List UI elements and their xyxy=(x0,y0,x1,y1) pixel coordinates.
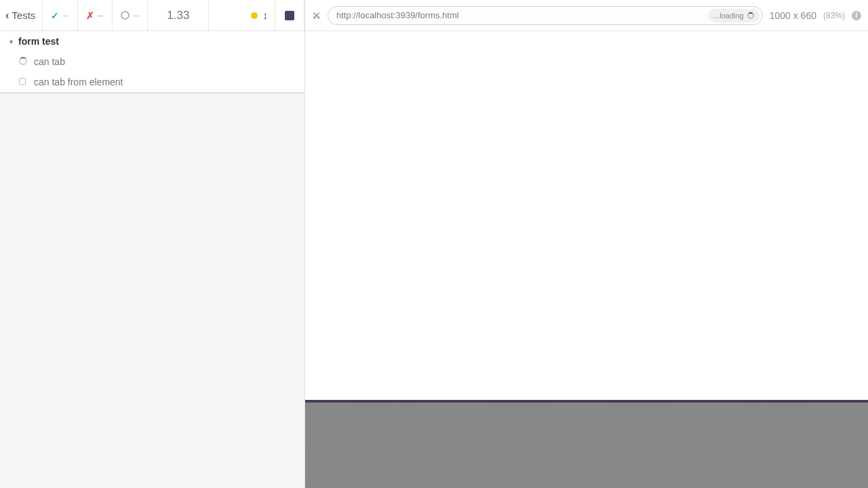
timer-display: 1.33 xyxy=(148,0,209,30)
check-icon: ✓ xyxy=(51,10,59,21)
runner-toolbar: ‹ Tests ✓ -- ✗ -- -- 1.33 ↕ xyxy=(0,0,304,31)
selector-playground-icon[interactable]: ⤩ xyxy=(312,9,321,22)
pending-count: -- xyxy=(113,0,148,30)
test-runner-panel: ‹ Tests ✓ -- ✗ -- -- 1.33 ↕ xyxy=(0,0,305,488)
url-input-wrap[interactable]: http://localhost:3939/forms.html ...load… xyxy=(328,6,763,25)
preview-area xyxy=(305,31,868,488)
stop-icon xyxy=(285,11,294,20)
back-to-tests-button[interactable]: ‹ Tests xyxy=(0,0,43,30)
spinner-icon xyxy=(19,57,28,67)
aut-iframe[interactable] xyxy=(305,31,868,400)
failed-count: ✗ -- xyxy=(78,0,113,30)
test-label: can tab from element xyxy=(34,77,123,87)
command-log-area xyxy=(0,94,304,488)
status-dot-icon xyxy=(251,12,258,19)
test-row[interactable]: can tab xyxy=(0,52,304,72)
loading-indicator: ...loading xyxy=(708,9,760,22)
pending-box-icon xyxy=(19,77,28,87)
timer-value: 1.33 xyxy=(156,9,200,22)
passed-value: -- xyxy=(62,10,68,21)
loading-label: ...loading xyxy=(713,12,744,20)
url-toolbar: ⤩ http://localhost:3939/forms.html ...lo… xyxy=(305,0,868,31)
url-text: http://localhost:3939/forms.html xyxy=(336,10,708,20)
viewport-size: 1000 x 660 xyxy=(770,10,816,21)
test-list: ▾ form test can tab can tab from element xyxy=(0,31,304,94)
spinner-icon xyxy=(747,12,754,19)
viewport-resize-icon[interactable]: ↕ xyxy=(263,9,269,21)
circle-icon xyxy=(121,11,130,20)
suite-row[interactable]: ▾ form test xyxy=(0,31,304,52)
toolbar-spacer: ↕ xyxy=(209,0,275,30)
chevron-left-icon: ‹ xyxy=(5,9,9,22)
caret-down-icon: ▾ xyxy=(9,38,13,45)
info-icon[interactable]: i xyxy=(852,11,861,20)
devtools-console[interactable] xyxy=(305,403,868,488)
x-icon: ✗ xyxy=(86,10,94,21)
stop-button[interactable] xyxy=(275,0,304,30)
test-label: can tab xyxy=(34,56,65,67)
pending-value: -- xyxy=(133,10,139,21)
passed-count: ✓ -- xyxy=(43,0,77,30)
test-row[interactable]: can tab from element xyxy=(0,72,304,92)
back-label: Tests xyxy=(12,9,35,21)
failed-value: -- xyxy=(98,10,104,21)
viewport-scale: (83%) xyxy=(823,11,845,20)
suite-title: form test xyxy=(18,36,59,47)
aut-panel: ⤩ http://localhost:3939/forms.html ...lo… xyxy=(305,0,868,488)
